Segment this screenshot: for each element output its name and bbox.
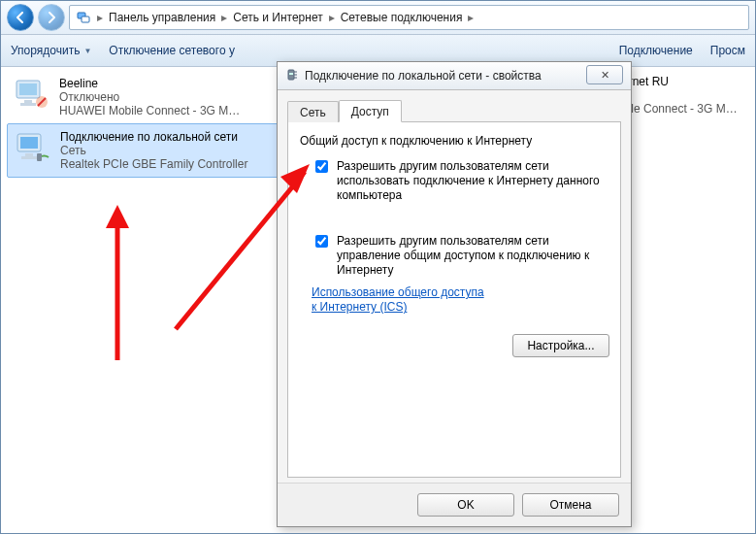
breadcrumb-network-connections[interactable]: Сетевые подключения xyxy=(341,11,463,24)
group-title: Общий доступ к подключению к Интернету xyxy=(300,134,608,148)
toolbar-connection[interactable]: Подключение xyxy=(619,44,693,57)
connection-icon xyxy=(14,130,52,165)
chevron-right-icon: ▸ xyxy=(221,11,227,24)
svg-rect-12 xyxy=(37,153,42,161)
breadcrumb-network-internet[interactable]: Сеть и Интернет xyxy=(233,11,322,24)
toolbar-label: Просм xyxy=(710,44,745,57)
dialog-close-button[interactable]: ✕ xyxy=(586,65,623,84)
connection-device: Realtek PCIe GBE Family Controller xyxy=(60,157,247,171)
dialog-title: Подключение по локальной сети - свойства xyxy=(305,69,542,83)
toolbar-label: Упорядочить xyxy=(11,44,80,57)
nav-forward-button[interactable] xyxy=(38,4,65,31)
dialog-body: Сеть Доступ Общий доступ к подключению к… xyxy=(278,90,631,478)
breadcrumb-control-panel[interactable]: Панель управления xyxy=(109,11,215,24)
toolbar-organize[interactable]: Упорядочить ▼ xyxy=(11,44,91,57)
svg-rect-5 xyxy=(20,103,36,106)
connection-status: Сеть xyxy=(60,144,247,157)
ics-help-link[interactable]: Использование общего доступа к Интернету… xyxy=(312,285,486,315)
chevron-right-icon: ▸ xyxy=(468,11,474,24)
connection-name: Подключение по локальной сети xyxy=(60,130,247,144)
tab-sharing[interactable]: Доступ xyxy=(339,100,402,122)
checkbox-allow-control[interactable] xyxy=(315,235,328,248)
ok-button[interactable]: OK xyxy=(417,493,514,517)
dialog-titlebar[interactable]: Подключение по локальной сети - свойства xyxy=(278,62,631,90)
connection-status: Отключено xyxy=(59,90,240,104)
chevron-right-icon: ▸ xyxy=(97,11,103,24)
connection-item-selected[interactable]: Подключение по локальной сети Сеть Realt… xyxy=(7,123,282,178)
chevron-right-icon: ▸ xyxy=(329,11,335,24)
svg-rect-3 xyxy=(19,83,37,95)
checkbox-label: Разрешить другим пользователям сети упра… xyxy=(337,234,608,278)
connection-name: Beeline xyxy=(59,77,240,90)
adapter-icon xyxy=(285,68,299,84)
svg-rect-11 xyxy=(21,156,37,159)
tab-network[interactable]: Сеть xyxy=(287,101,339,122)
svg-rect-14 xyxy=(289,73,293,75)
toolbar-view[interactable]: Просм xyxy=(710,44,745,57)
checkbox-row-allow-control: Разрешить другим пользователям сети упра… xyxy=(312,234,608,278)
address-bar[interactable]: ▸ Панель управления ▸ Сеть и Интернет ▸ … xyxy=(69,5,749,30)
dialog-footer: OK Отмена xyxy=(278,483,631,526)
connection-item[interactable]: Beeline Отключено HUAWEI Mobile Connect … xyxy=(7,71,280,123)
connection-text: Подключение по локальной сети Сеть Realt… xyxy=(60,130,247,171)
close-icon: ✕ xyxy=(601,69,609,82)
cancel-button[interactable]: Отмена xyxy=(522,493,619,517)
checkbox-allow-share[interactable] xyxy=(315,160,328,173)
svg-rect-9 xyxy=(20,137,38,149)
chevron-down-icon: ▼ xyxy=(83,47,91,55)
properties-dialog: Подключение по локальной сети - свойства… xyxy=(277,61,632,527)
tab-strip: Сеть Доступ xyxy=(287,98,621,122)
svg-rect-1 xyxy=(82,17,89,22)
settings-button[interactable]: Настройка... xyxy=(512,334,609,357)
checkbox-row-allow-share: Разрешить другим пользователям сети испо… xyxy=(312,159,608,203)
connection-device: HUAWEI Mobile Connect - 3G M… xyxy=(59,104,240,117)
toolbar-label: Отключение сетевого у xyxy=(109,44,235,57)
network-icon xyxy=(76,10,91,25)
connection-device-tail: bile Connect - 3G M… xyxy=(622,102,756,116)
connection-status-blank xyxy=(622,88,756,102)
svg-rect-4 xyxy=(24,100,32,103)
network-connections-window: ▸ Панель управления ▸ Сеть и Интернет ▸ … xyxy=(0,0,756,534)
nav-back-button[interactable] xyxy=(7,4,34,31)
tab-page-sharing: Общий доступ к подключению к Интернету Р… xyxy=(287,122,621,478)
navbar: ▸ Панель управления ▸ Сеть и Интернет ▸ … xyxy=(1,1,755,35)
connection-name-tail: ernet RU xyxy=(622,75,756,88)
checkbox-label: Разрешить другим пользователям сети испо… xyxy=(337,159,608,203)
connection-item-obscured: ernet RU bile Connect - 3G M… xyxy=(622,75,756,116)
connection-text: Beeline Отключено HUAWEI Mobile Connect … xyxy=(59,77,240,117)
connection-icon xyxy=(13,77,51,112)
toolbar-disable[interactable]: Отключение сетевого у xyxy=(109,44,235,57)
toolbar-label: Подключение xyxy=(619,44,693,57)
svg-rect-10 xyxy=(25,153,33,156)
